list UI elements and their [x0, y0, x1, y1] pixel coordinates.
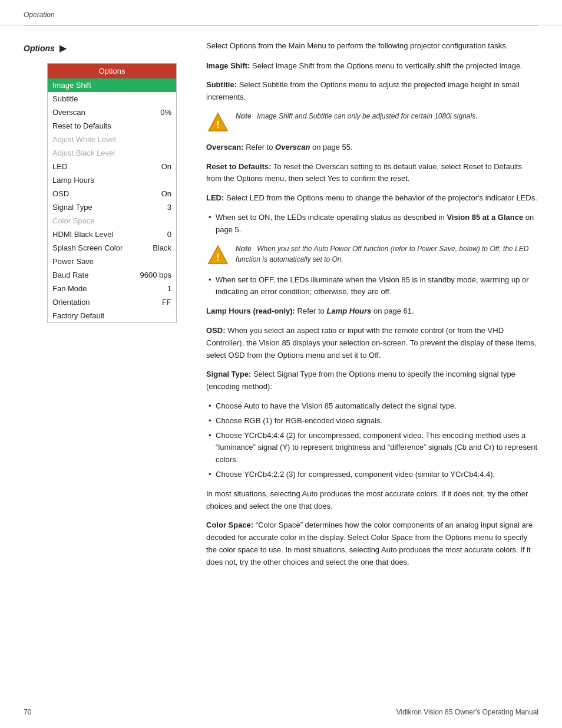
left-column: Options ▶ Options Image ShiftSubtitleOve…	[24, 40, 194, 576]
menu-item[interactable]: HDMI Black Level0	[48, 228, 176, 241]
signal-bullet-item: Choose Auto to have the Vision 85 automa…	[206, 400, 538, 413]
overscan-title: Overscan:	[206, 143, 244, 151]
subtitle-text: Select Subtitle from the Options menu to…	[206, 80, 520, 101]
menu-item[interactable]: Image Shift	[48, 78, 176, 92]
color-para: Color Space: “Color Space” determines ho…	[206, 519, 538, 568]
overscan-link: Overscan	[275, 143, 310, 151]
menu-item-label: Image Shift	[52, 81, 91, 90]
signal-bullet-item: Choose RGB (1) for RGB-encoded video sig…	[206, 415, 538, 427]
menu-item-label: Signal Type	[52, 203, 92, 212]
menu-item[interactable]: Baud Rate9600 bps	[48, 268, 176, 282]
menu-item[interactable]: Factory Default	[48, 309, 176, 322]
led-title: LED:	[206, 193, 224, 202]
menu-item[interactable]: Overscan0%	[48, 106, 176, 119]
menu-item-label: HDMI Black Level	[52, 230, 113, 239]
note1-label: Note	[236, 112, 252, 120]
menu-item-label: Fan Mode	[52, 284, 87, 293]
menu-item-value: 1	[167, 284, 171, 293]
svg-text:!: !	[216, 252, 219, 262]
led-bullet1-bold: Vision 85 at a Glance	[447, 213, 523, 222]
menu-item-value: 3	[167, 203, 171, 212]
options-header-row: Options ▶	[24, 40, 183, 54]
menu-item[interactable]: Reset to Defaults	[48, 119, 176, 133]
svg-text:!: !	[216, 120, 219, 130]
menu-item-label: Adjust White Level	[52, 135, 116, 144]
menu-item-label: OSD	[52, 189, 69, 198]
section-intro: Select Options from the Main Menu to per…	[206, 40, 538, 52]
right-column: Select Options from the Main Menu to per…	[194, 40, 538, 576]
led-bullet-list: When set to ON, the LEDs indicate operat…	[206, 212, 538, 236]
menu-item-value: On	[161, 189, 171, 198]
menu-item[interactable]: LEDOn	[48, 160, 176, 173]
page-header: Operation	[0, 0, 562, 25]
led-bullet-2: When set to OFF, the LEDs illuminate whe…	[206, 274, 538, 299]
led-text: Select LED from the Options menu to chan…	[226, 193, 537, 202]
overscan-text: Refer to	[246, 143, 273, 151]
menu-item[interactable]: Power Save	[48, 255, 176, 268]
menu-item[interactable]: Fan Mode1	[48, 282, 176, 295]
image-shift-title: Image Shift:	[206, 61, 250, 70]
menu-item[interactable]: Adjust White Level	[48, 133, 176, 146]
menu-item-label: Adjust Black Level	[52, 149, 115, 157]
menu-item[interactable]: Splash Screen ColorBlack	[48, 241, 176, 255]
menu-title: Options	[48, 64, 176, 78]
menu-item-label: Color Space	[52, 216, 95, 225]
menu-item-label: Orientation	[52, 298, 90, 307]
page-footer: 70 Vidikron Vision 85 Owner's Operating …	[0, 708, 562, 716]
menu-item-label: LED	[52, 162, 67, 171]
menu-item[interactable]: Lamp Hours	[48, 173, 176, 187]
menu-item-label: Overscan	[52, 108, 85, 117]
signal-bullet-item: Choose YCrCb4:2:2 (3) for compressed, co…	[206, 469, 538, 481]
osd-title: OSD:	[206, 326, 226, 335]
note2-text: When you set the Auto Power Off function…	[236, 239, 528, 263]
osd-text: When you select an aspect ratio or input…	[206, 326, 536, 360]
page-number: 70	[24, 708, 31, 716]
led-bullet-list-2: When set to OFF, the LEDs illuminate whe…	[206, 274, 538, 299]
menu-item[interactable]: OSDOn	[48, 187, 176, 200]
led-bullet1-text: When set to ON, the LEDs indicate operat…	[216, 213, 445, 222]
menu-item[interactable]: Signal Type3	[48, 200, 176, 214]
note-icon-1: !	[206, 111, 230, 134]
signal-bullet-list: Choose Auto to have the Vision 85 automa…	[206, 400, 538, 481]
signal-text: Select Signal Type from the Options menu…	[206, 370, 515, 391]
signal-para: Signal Type: Select Signal Type from the…	[206, 368, 538, 393]
signal-note: In most situations, selecting Auto produ…	[206, 488, 538, 513]
note-box-1: ! Note Image Shift and Subtitle can only…	[206, 111, 538, 134]
overscan-page: on page 55.	[312, 143, 353, 151]
menu-item-value: On	[161, 162, 171, 171]
reset-para: Reset to Defaults: To reset the Overscan…	[206, 161, 538, 186]
options-label: Options	[24, 44, 55, 53]
menu-item-label: Subtitle	[52, 94, 78, 103]
lamp-link: Lamp Hours	[326, 307, 371, 315]
signal-bullet-item: Choose YCrCb4:4:4 (2) for uncompressed, …	[206, 430, 538, 466]
menu-item-label: Splash Screen Color	[52, 243, 123, 252]
color-text: “Color Space” determines how the color c…	[206, 521, 533, 566]
arrow-icon: ▶	[59, 42, 67, 54]
subtitle-para: Subtitle: Select Subtitle from the Optio…	[206, 79, 538, 104]
menu-item-value: 0%	[160, 108, 171, 117]
menu-item[interactable]: Adjust Black Level	[48, 146, 176, 160]
menu-item-label: Factory Default	[52, 311, 104, 320]
menu-item-label: Lamp Hours	[52, 176, 94, 185]
note-box-2: ! Note When you set the Auto Power Off f…	[206, 243, 538, 267]
menu-item[interactable]: Color Space	[48, 214, 176, 228]
menu-item[interactable]: Subtitle	[48, 92, 176, 106]
menu-item-label: Baud Rate	[52, 271, 88, 279]
image-shift-para: Image Shift: Select Image Shift from the…	[206, 60, 538, 73]
color-title: Color Space:	[206, 521, 253, 529]
menu-item-value: FF	[162, 298, 171, 307]
manual-title: Vidikron Vision 85 Owner's Operating Man…	[396, 708, 538, 716]
lamp-page: on page 61.	[373, 307, 414, 315]
subtitle-title: Subtitle:	[206, 80, 237, 89]
reset-title: Reset to Defaults:	[206, 162, 272, 171]
lamp-text: Refer to	[297, 307, 325, 315]
overscan-para: Overscan: Refer to Overscan on page 55.	[206, 141, 538, 154]
menu-item[interactable]: OrientationFF	[48, 295, 176, 309]
image-shift-text: Select Image Shift from the Options menu…	[252, 61, 523, 70]
lamp-title: Lamp Hours (read-only):	[206, 307, 295, 315]
menu-item-value: 9600 bps	[140, 271, 172, 279]
osd-para: OSD: When you select an aspect ratio or …	[206, 325, 538, 361]
led-para: LED: Select LED from the Options menu to…	[206, 192, 538, 205]
menu-item-value: 0	[167, 230, 171, 239]
note1-text: Image Shift and Subtitle can only be adj…	[257, 106, 477, 120]
